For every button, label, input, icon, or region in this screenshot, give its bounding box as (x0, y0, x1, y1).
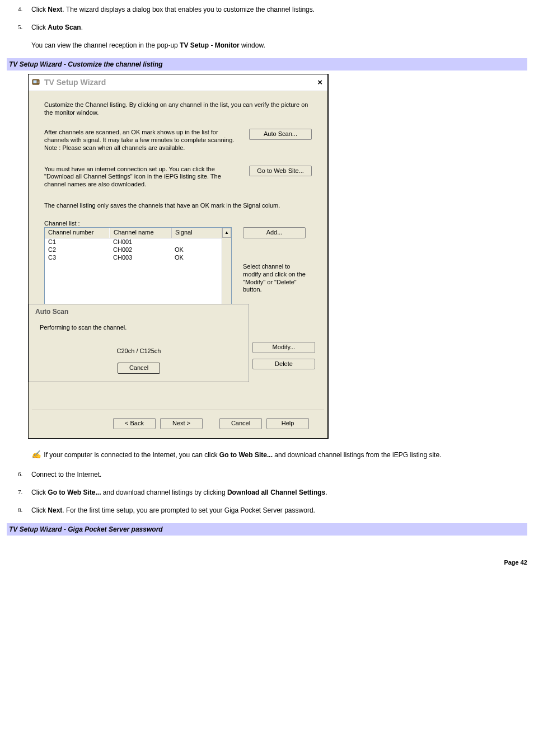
channel-list-header: Channel number Channel name Signal (45, 228, 231, 238)
step-number: 8. (18, 505, 22, 515)
table-row[interactable]: C2 CH002 OK (45, 246, 231, 254)
autoscan-progress: C20ch / C125ch (35, 348, 242, 355)
step-number: 5. (18, 22, 22, 32)
step-number: 7. (18, 487, 22, 497)
table-row[interactable]: C1 CH001 (45, 238, 231, 246)
note-icon: ✍ (31, 450, 41, 459)
next-button[interactable]: Next > (160, 418, 203, 429)
step-text: Click Next. For the first time setup, yo… (31, 506, 315, 514)
autoscan-cancel-button[interactable]: Cancel (118, 363, 160, 374)
go-to-website-button[interactable]: Go to Web Site... (249, 166, 312, 177)
step-number: 4. (18, 4, 22, 14)
auto-scan-popup: Auto Scan Performing to scan the channel… (29, 304, 249, 382)
website-description: You must have an internet connection set… (44, 166, 239, 189)
scroll-up-icon[interactable]: ▲ (222, 228, 231, 238)
svg-point-2 (38, 81, 39, 82)
dialog-titlebar: TV Setup Wizard × (29, 74, 327, 91)
col-channel-number[interactable]: Channel number (45, 228, 110, 238)
tv-setup-wizard-dialog: TV Setup Wizard × Customize the Channel … (28, 74, 329, 439)
back-button[interactable]: < Back (113, 418, 156, 429)
auto-scan-button[interactable]: Auto Scan... (249, 129, 312, 140)
add-button[interactable]: Add... (243, 227, 306, 238)
step-text: Click Auto Scan. (31, 24, 83, 31)
modify-delete-hint: Select channel to modify and click on th… (243, 263, 308, 294)
dialog-intro-text: Customize the Channel listing. By clicki… (44, 101, 312, 117)
page-number: Page 42 (7, 558, 527, 567)
listing-note: The channel listing only saves the chann… (44, 202, 312, 210)
figure-caption: TV Setup Wizard - Giga Pocket Server pas… (7, 523, 527, 536)
channel-list-label: Channel list : (44, 220, 312, 228)
step-text: Click Go to Web Site... and download cha… (31, 489, 327, 496)
step-6: 6. Connect to the Internet. (7, 469, 527, 480)
step-7: 7. Click Go to Web Site... and download … (7, 487, 527, 497)
app-icon (32, 78, 41, 87)
dialog-footer: < Back Next > Cancel Help (32, 410, 324, 438)
autoscan-description: After channels are scanned, an OK mark s… (44, 129, 239, 152)
modify-button[interactable]: Modify... (252, 342, 315, 353)
step-number: 6. (18, 469, 22, 479)
autoscan-title: Auto Scan (35, 308, 242, 316)
autoscan-message: Performing to scan the channel. (40, 324, 242, 332)
step-text: Click Next. The wizard displays a dialog… (31, 6, 315, 13)
step-text: Connect to the Internet. (31, 471, 101, 478)
note: ✍ If your computer is connected to the I… (31, 449, 527, 461)
step-subtext: You can view the channel reception in th… (31, 40, 527, 50)
dialog-title: TV Setup Wizard (44, 78, 106, 88)
svg-rect-1 (34, 81, 37, 83)
help-button[interactable]: Help (266, 418, 309, 429)
step-5: 5. Click Auto Scan. You can view the cha… (7, 22, 527, 50)
step-8: 8. Click Next. For the first time setup,… (7, 505, 527, 515)
col-channel-name[interactable]: Channel name (110, 228, 171, 238)
step-4: 4. Click Next. The wizard displays a dia… (7, 4, 527, 15)
cancel-button[interactable]: Cancel (219, 418, 262, 429)
delete-button[interactable]: Delete (252, 359, 315, 370)
svg-point-3 (38, 82, 39, 83)
channel-list-rows: C1 CH001 C2 CH002 OK C3 CH003 OK (45, 238, 231, 261)
figure-caption: TV Setup Wizard - Customize the channel … (7, 58, 527, 71)
table-row[interactable]: C3 CH003 OK (45, 254, 231, 262)
dialog-figure: TV Setup Wizard × Customize the Channel … (28, 74, 527, 439)
close-icon[interactable]: × (316, 77, 324, 88)
